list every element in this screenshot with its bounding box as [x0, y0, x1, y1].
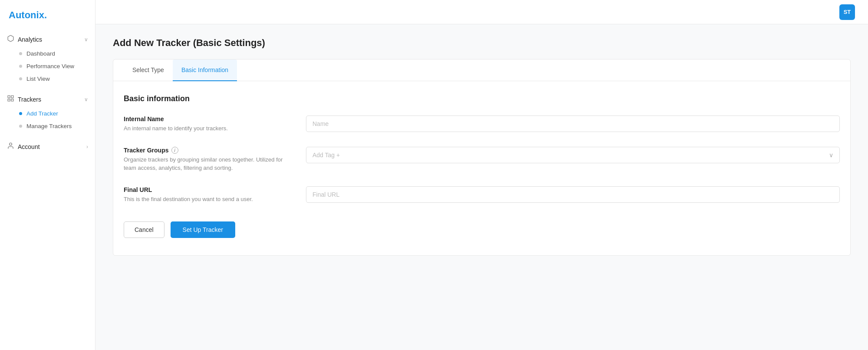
dashboard-dot	[19, 52, 22, 55]
field-tracker-groups-label: Tracker Groups i	[124, 147, 289, 154]
performance-label: Performance View	[26, 63, 74, 69]
account-chevron: ›	[86, 144, 88, 150]
add-tracker-dot	[19, 112, 22, 115]
form-body: Basic information Internal Name An inter…	[113, 81, 850, 255]
field-tracker-groups-input-col: Add Tag + ∨	[306, 147, 840, 163]
form-card: Select Type Basic Information Basic info…	[113, 59, 851, 256]
svg-rect-1	[11, 96, 13, 98]
svg-rect-0	[8, 96, 10, 98]
sidebar-item-manage-trackers[interactable]: Manage Trackers	[0, 120, 95, 132]
list-view-dot	[19, 77, 22, 80]
sidebar: Autonix. Analytics ∨ Dashboard Performan…	[0, 0, 95, 350]
manage-trackers-dot	[19, 125, 22, 128]
field-tracker-groups-description: Organize trackers by grouping similar on…	[124, 155, 289, 172]
field-internal-name-input-col	[306, 116, 840, 132]
sidebar-section-analytics[interactable]: Analytics ∨	[0, 29, 95, 47]
field-internal-name-label-col: Internal Name An internal name to identi…	[124, 116, 306, 133]
sidebar-item-performance-view[interactable]: Performance View	[0, 60, 95, 73]
sidebar-section-trackers[interactable]: Trackers ∨	[0, 89, 95, 107]
account-label: Account	[18, 143, 86, 150]
grid-icon	[7, 95, 14, 104]
avatar[interactable]: ST	[839, 4, 855, 20]
sidebar-item-list-view[interactable]: List View	[0, 73, 95, 85]
main-content: ST Add New Tracker (Basic Settings) Sele…	[95, 0, 868, 350]
tracker-groups-input[interactable]: Add Tag + ∨	[306, 147, 840, 163]
tag-input-placeholder: Add Tag +	[312, 152, 340, 158]
field-final-url-description: This is the final destination you want t…	[124, 195, 289, 204]
list-view-label: List View	[26, 76, 50, 82]
manage-trackers-label: Manage Trackers	[26, 123, 72, 129]
field-internal-name-label: Internal Name	[124, 116, 289, 122]
app-logo: Autonix.	[0, 0, 95, 29]
dashboard-label: Dashboard	[26, 50, 55, 57]
performance-dot	[19, 65, 22, 68]
field-tracker-groups-label-col: Tracker Groups i Organize trackers by gr…	[124, 147, 306, 172]
field-final-url: Final URL This is the final destination …	[124, 186, 840, 204]
form-section-heading: Basic information	[124, 94, 840, 103]
set-up-tracker-button[interactable]: Set Up Tracker	[171, 221, 235, 238]
svg-rect-2	[8, 99, 10, 101]
field-final-url-input-col	[306, 186, 840, 203]
page-content: Add New Tracker (Basic Settings) Select …	[95, 24, 868, 350]
field-tracker-groups: Tracker Groups i Organize trackers by gr…	[124, 147, 840, 172]
trackers-chevron: ∨	[84, 96, 88, 102]
analytics-chevron: ∨	[84, 36, 88, 43]
person-icon	[7, 142, 14, 151]
page-title: Add New Tracker (Basic Settings)	[113, 37, 851, 49]
sidebar-section-account[interactable]: Account ›	[0, 136, 95, 157]
svg-point-4	[10, 143, 12, 145]
cancel-button[interactable]: Cancel	[124, 221, 164, 238]
trackers-items: Add Tracker Manage Trackers	[0, 107, 95, 136]
sidebar-item-add-tracker[interactable]: Add Tracker	[0, 107, 95, 120]
field-final-url-label-col: Final URL This is the final destination …	[124, 186, 306, 204]
tab-select-type[interactable]: Select Type	[124, 59, 173, 81]
chevron-down-icon: ∨	[829, 152, 833, 158]
internal-name-input[interactable]	[306, 116, 840, 132]
final-url-input[interactable]	[306, 186, 840, 203]
field-internal-name: Internal Name An internal name to identi…	[124, 116, 840, 133]
tabs-bar: Select Type Basic Information	[113, 59, 850, 81]
field-internal-name-description: An internal name to identify your tracke…	[124, 124, 289, 133]
trackers-label: Trackers	[18, 96, 84, 103]
form-actions: Cancel Set Up Tracker	[124, 217, 840, 242]
chart-icon	[7, 35, 14, 44]
svg-rect-3	[11, 99, 13, 101]
analytics-items: Dashboard Performance View List View	[0, 47, 95, 89]
field-final-url-label: Final URL	[124, 186, 289, 193]
analytics-label: Analytics	[18, 36, 84, 43]
tracker-groups-info-icon[interactable]: i	[171, 147, 178, 154]
topbar: ST	[95, 0, 868, 24]
sidebar-item-dashboard[interactable]: Dashboard	[0, 47, 95, 60]
add-tracker-label: Add Tracker	[26, 110, 58, 117]
tab-basic-information[interactable]: Basic Information	[173, 59, 237, 81]
